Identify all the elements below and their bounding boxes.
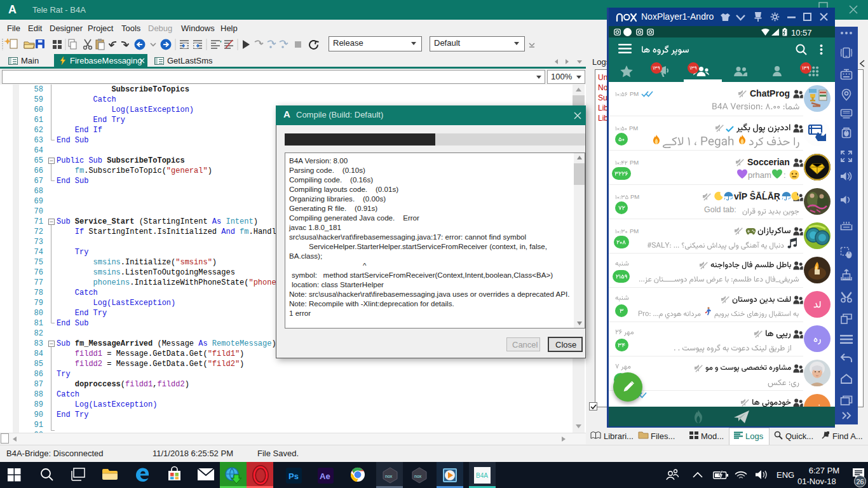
svg-text:nox: nox xyxy=(414,474,422,478)
svg-text:apk: apk xyxy=(844,276,850,280)
svg-text:Ae: Ae xyxy=(320,471,330,481)
svg-text:Ps: Ps xyxy=(288,471,299,481)
svg-text:': ' xyxy=(220,39,222,47)
svg-text:nox: nox xyxy=(385,474,393,478)
svg-text:B4A: B4A xyxy=(476,472,488,479)
